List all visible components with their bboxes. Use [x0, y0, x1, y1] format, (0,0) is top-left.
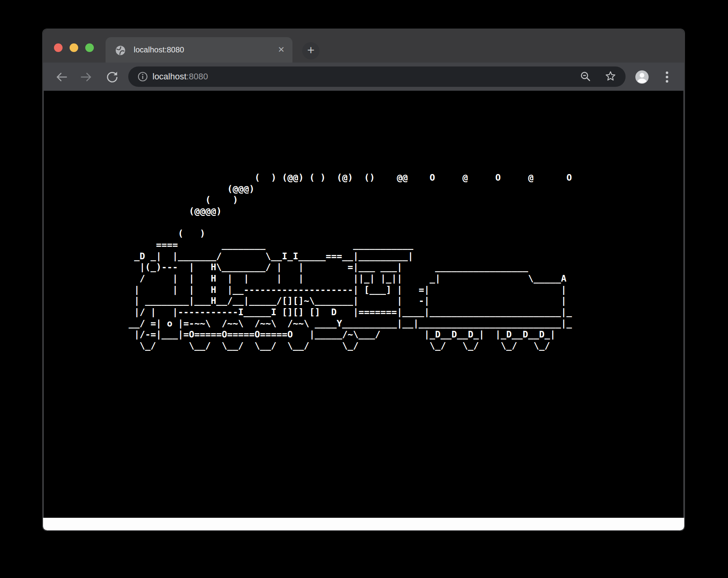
back-icon[interactable] [54, 70, 69, 84]
browser-window: localhost:8080 ✕ + [43, 29, 684, 530]
forward-icon[interactable] [79, 70, 93, 84]
three-dot-menu-icon[interactable] [664, 70, 670, 84]
tab-title: localhost:8080 [134, 37, 184, 63]
close-window-button[interactable] [54, 43, 63, 52]
url-host: localhost [152, 72, 186, 81]
horizontal-scrollbar[interactable] [43, 518, 684, 530]
new-tab-button[interactable]: + [302, 42, 319, 59]
info-icon[interactable] [137, 71, 149, 83]
tab-strip: localhost:8080 ✕ + [43, 29, 684, 63]
ascii-train-art: ( ) (@@) ( ) (@) () @@ O @ O @ O (@@@) (… [123, 172, 572, 352]
star-icon[interactable] [604, 70, 617, 83]
toolbar: localhost:8080 [43, 63, 684, 91]
url-text[interactable]: localhost:8080 [152, 66, 208, 87]
close-tab-icon[interactable]: ✕ [278, 37, 285, 63]
magnifier-minus-icon[interactable] [579, 70, 592, 83]
address-bar[interactable]: localhost:8080 [128, 66, 626, 87]
tab-localhost[interactable]: localhost:8080 ✕ [106, 37, 292, 63]
page-viewport: ( ) (@@) ( ) (@) () @@ O @ O @ O (@@@) (… [43, 91, 684, 518]
avatar-icon[interactable] [635, 70, 649, 84]
url-port: :8080 [186, 72, 208, 81]
minimize-window-button[interactable] [70, 43, 78, 52]
screenshot-root: localhost:8080 ✕ + [0, 0, 728, 578]
maximize-window-button[interactable] [85, 43, 94, 52]
globe-icon [115, 45, 126, 56]
reload-icon[interactable] [105, 70, 120, 84]
